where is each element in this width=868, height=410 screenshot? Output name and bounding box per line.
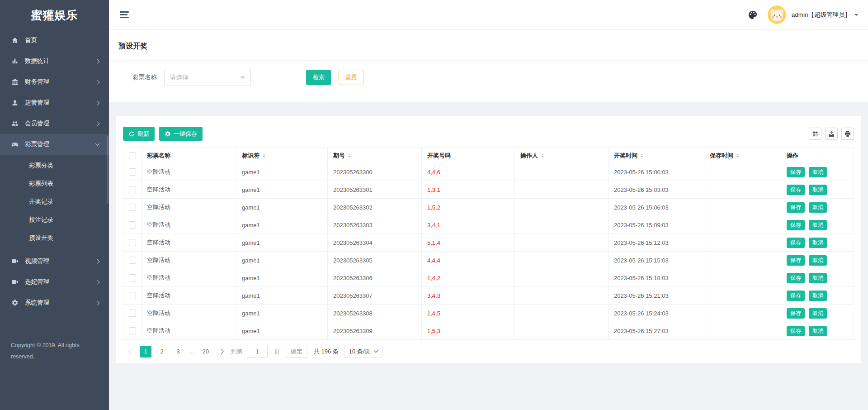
- row-cancel-button[interactable]: 取消: [809, 273, 827, 283]
- refresh-button[interactable]: 刷新: [123, 127, 155, 141]
- row-checkbox[interactable]: [129, 204, 136, 211]
- row-checkbox-cell: [123, 322, 142, 340]
- columns-toggle-button[interactable]: [809, 128, 821, 140]
- row-save-button[interactable]: 保存: [787, 326, 805, 336]
- sidebar-item-label: 彩票管理: [25, 140, 49, 148]
- select-all-checkbox[interactable]: [129, 152, 136, 159]
- copyright-text: Copyright © 2019. All rights reserved.: [0, 340, 109, 410]
- sidebar-item-label: 首页: [25, 36, 37, 44]
- column-label: 开奖时间: [614, 152, 637, 159]
- column-header[interactable]: 期号: [328, 148, 422, 163]
- sidebar-item-home[interactable]: 首页: [0, 30, 109, 51]
- sidebar-item-finance[interactable]: 财务管理: [0, 72, 109, 92]
- sidebar-subitem[interactable]: 彩票列表: [0, 175, 109, 193]
- page-size-select[interactable]: 10 条/页: [344, 345, 383, 358]
- sidebar-subitem[interactable]: 投注记录: [0, 211, 109, 229]
- row-checkbox[interactable]: [129, 186, 136, 193]
- column-label: 操作: [787, 152, 798, 159]
- sort-icon[interactable]: [541, 154, 544, 157]
- column-header[interactable]: 标识符: [236, 148, 328, 163]
- row-checkbox[interactable]: [129, 274, 136, 281]
- column-header[interactable]: 操作人: [515, 148, 609, 163]
- sidebar-subitem[interactable]: 彩票分类: [0, 157, 109, 175]
- sidebar-scrollbar[interactable]: [107, 136, 108, 204]
- row-checkbox[interactable]: [129, 257, 136, 264]
- table-card: 刷新 一键保存 彩票名称: [116, 116, 861, 363]
- row-checkbox[interactable]: [129, 327, 136, 334]
- row-cancel-button[interactable]: 取消: [809, 255, 827, 266]
- row-checkbox[interactable]: [129, 221, 136, 229]
- row-cancel-button[interactable]: 取消: [809, 185, 827, 195]
- prev-page-icon[interactable]: [128, 349, 133, 354]
- row-cancel-button[interactable]: 取消: [809, 220, 827, 230]
- row-cancel-button[interactable]: 取消: [809, 326, 827, 336]
- sort-icon[interactable]: [263, 154, 265, 157]
- row-checkbox[interactable]: [129, 168, 136, 176]
- column-label: 期号: [333, 152, 345, 159]
- lottery-name-select[interactable]: 请选择: [164, 69, 251, 86]
- theme-palette-icon[interactable]: [748, 10, 758, 20]
- lottery-name-cell: 空降活动: [142, 199, 236, 216]
- column-label: 开奖号码: [427, 152, 451, 159]
- select-all-header[interactable]: [123, 148, 142, 163]
- sidebar-item-label: 数据统计: [25, 57, 49, 65]
- actions-cell: 保存取消: [781, 287, 854, 305]
- jump-page-input[interactable]: [247, 345, 268, 358]
- row-checkbox[interactable]: [129, 239, 136, 246]
- sidebar-subitem[interactable]: 预设开奖: [0, 229, 109, 247]
- reset-button[interactable]: 重置: [339, 70, 363, 85]
- sort-icon[interactable]: [348, 154, 351, 157]
- sort-icon[interactable]: [641, 154, 643, 157]
- row-cancel-button[interactable]: 取消: [809, 238, 827, 248]
- chart-icon: [11, 57, 19, 65]
- row-checkbox[interactable]: [129, 310, 136, 317]
- row-cancel-button[interactable]: 取消: [809, 167, 827, 177]
- row-cancel-button[interactable]: 取消: [809, 291, 827, 301]
- page-number-button[interactable]: 3: [172, 346, 184, 358]
- operator-cell: [515, 234, 609, 252]
- row-cancel-button[interactable]: 取消: [809, 308, 827, 319]
- column-header[interactable]: 开奖时间: [609, 148, 704, 163]
- search-button[interactable]: 检索: [306, 70, 331, 85]
- row-save-button[interactable]: 保存: [787, 255, 805, 266]
- sidebar-item-stats[interactable]: 数据统计: [0, 51, 109, 72]
- sidebar-subitem[interactable]: 开奖记录: [0, 193, 109, 211]
- export-button[interactable]: [825, 128, 838, 140]
- sidebar-item-members[interactable]: 会员管理: [0, 113, 109, 134]
- chevron-down-icon: [374, 348, 378, 353]
- row-cancel-button[interactable]: 取消: [809, 202, 827, 213]
- sidebar-item-label: 财务管理: [25, 78, 49, 86]
- row-save-button[interactable]: 保存: [787, 273, 805, 283]
- draw-numbers-cell: 1,5,2: [422, 199, 515, 216]
- sidebar-item-admins[interactable]: 超管管理: [0, 92, 109, 113]
- page-number-button[interactable]: 1: [140, 346, 151, 358]
- row-save-button[interactable]: 保存: [787, 291, 805, 301]
- row-save-button[interactable]: 保存: [787, 308, 805, 319]
- jump-confirm-button[interactable]: 确定: [286, 345, 307, 358]
- row-save-button[interactable]: 保存: [787, 167, 805, 177]
- row-save-button[interactable]: 保存: [787, 202, 805, 213]
- row-save-button[interactable]: 保存: [787, 238, 805, 248]
- column-label: 标识符: [242, 152, 259, 159]
- chevron-down-icon: [241, 76, 245, 81]
- row-save-button[interactable]: 保存: [787, 185, 805, 195]
- sidebar-toggle-button[interactable]: [120, 11, 129, 18]
- next-page-icon[interactable]: [218, 349, 223, 354]
- avatar[interactable]: [768, 5, 786, 24]
- row-checkbox[interactable]: [129, 292, 136, 299]
- print-button[interactable]: [841, 128, 854, 140]
- page-number-button[interactable]: 2: [156, 346, 168, 358]
- sidebar-item-consort[interactable]: 选妃管理: [0, 272, 109, 292]
- save-all-button[interactable]: 一键保存: [159, 127, 203, 141]
- page-number-button[interactable]: 20: [200, 346, 212, 358]
- sidebar-item-video[interactable]: 视频管理: [0, 251, 109, 272]
- columns-icon: [812, 131, 818, 137]
- user-menu[interactable]: admin【超级管理员】: [792, 11, 858, 19]
- sidebar-item-system[interactable]: 系统管理: [0, 292, 109, 313]
- row-save-button[interactable]: 保存: [787, 220, 805, 230]
- table-row: 空降活动game12023052633021,5,22023-05-26 15:…: [123, 199, 854, 216]
- operator-cell: [515, 322, 609, 340]
- sort-icon[interactable]: [736, 154, 739, 157]
- column-header[interactable]: 保存时间: [704, 148, 781, 163]
- sidebar-item-lottery[interactable]: 彩票管理: [0, 134, 109, 155]
